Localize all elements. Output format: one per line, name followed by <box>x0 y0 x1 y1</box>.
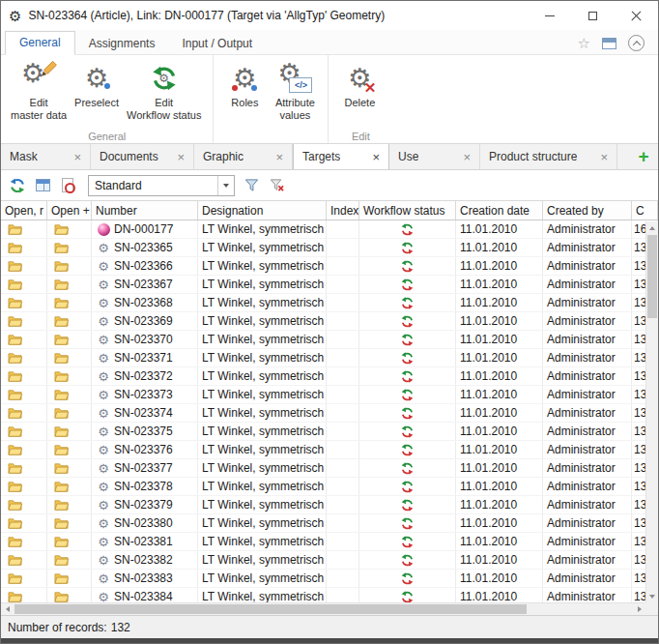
open-plus-cell[interactable] <box>47 220 92 238</box>
open-plus-cell[interactable] <box>47 331 92 348</box>
number-cell[interactable]: ⚙ SN-023365 <box>92 239 198 256</box>
open-plus-cell[interactable] <box>47 533 92 550</box>
open-readonly-cell[interactable] <box>1 331 47 348</box>
vertical-scrollbar[interactable] <box>645 221 658 602</box>
open-plus-cell[interactable] <box>47 588 92 602</box>
scroll-down-button[interactable] <box>646 590 658 602</box>
edit-workflow-status-button[interactable]: ⚙ EditWorkflow status <box>123 59 205 123</box>
number-cell[interactable]: ⚙ SN-023366 <box>92 257 198 275</box>
horizontal-scrollbar-thumb[interactable] <box>14 604 527 614</box>
open-plus-cell[interactable] <box>47 367 92 385</box>
open-readonly-cell[interactable] <box>1 257 47 275</box>
open-readonly-cell[interactable] <box>1 570 47 587</box>
number-cell[interactable]: ⚙ SN-023382 <box>92 551 198 569</box>
open-readonly-cell[interactable] <box>1 478 47 495</box>
table-row[interactable]: ⚙ SN-023377 LT Winkel, symmetrisch 11.01… <box>1 459 658 478</box>
preselect-button[interactable]: ⚙ Preselect <box>71 59 123 110</box>
ribbon-tab-assignments[interactable]: Assignments <box>75 33 169 55</box>
open-plus-cell[interactable] <box>47 423 92 440</box>
clear-filter-button[interactable] <box>268 177 285 194</box>
number-cell[interactable]: ⚙ SN-023373 <box>92 386 198 403</box>
number-cell[interactable]: ⚙ SN-023378 <box>92 478 198 495</box>
minimize-button[interactable] <box>528 1 571 30</box>
open-readonly-cell[interactable] <box>1 551 47 569</box>
open-plus-cell[interactable] <box>47 496 92 513</box>
table-row[interactable]: ⚙ SN-023368 LT Winkel, symmetrisch 11.01… <box>1 294 658 312</box>
open-plus-cell[interactable] <box>47 294 92 311</box>
open-readonly-cell[interactable] <box>1 220 47 238</box>
table-row[interactable]: ⚙ SN-023383 LT Winkel, symmetrisch 11.01… <box>1 570 658 588</box>
column-header-creation-date[interactable]: Creation date <box>456 201 543 220</box>
tab-graphic[interactable]: Graphic× <box>194 144 293 169</box>
number-cell[interactable]: ⚙ SN-023370 <box>92 331 198 348</box>
open-plus-cell[interactable] <box>47 276 92 293</box>
open-plus-cell[interactable] <box>47 459 92 477</box>
view-select[interactable]: Standard <box>88 175 235 196</box>
column-header-created-by[interactable]: Created by <box>543 201 632 220</box>
favorites-star-icon[interactable]: ☆ <box>578 36 590 50</box>
open-plus-cell[interactable] <box>47 551 92 569</box>
number-cell[interactable]: ⚙ SN-023376 <box>92 441 198 458</box>
column-header-index[interactable]: Index <box>327 201 359 220</box>
open-plus-cell[interactable] <box>47 514 92 532</box>
filter-button[interactable] <box>243 177 260 194</box>
number-cell[interactable]: ⚙ SN-023384 <box>92 588 198 602</box>
open-plus-cell[interactable] <box>47 257 92 275</box>
number-cell[interactable]: ⚙ SN-023371 <box>92 349 198 366</box>
column-header-designation[interactable]: Designation <box>198 201 327 220</box>
column-header-open-plus[interactable]: Open + <box>47 201 92 220</box>
open-readonly-cell[interactable] <box>1 367 47 385</box>
table-row[interactable]: ⚙ SN-023378 LT Winkel, symmetrisch 11.01… <box>1 478 658 496</box>
open-readonly-cell[interactable] <box>1 312 47 330</box>
open-readonly-cell[interactable] <box>1 441 47 458</box>
number-cell[interactable]: ⚙ SN-023377 <box>92 459 198 477</box>
tab-use[interactable]: Use× <box>389 144 480 169</box>
open-readonly-cell[interactable] <box>1 349 47 366</box>
tab-close-icon[interactable]: × <box>73 150 81 164</box>
tab-close-icon[interactable]: × <box>177 150 185 164</box>
tab-close-icon[interactable]: × <box>463 150 471 164</box>
column-header-clipped[interactable]: C <box>632 201 658 220</box>
edit-master-data-button[interactable]: ⚙ Editmaster data <box>7 59 71 123</box>
ribbon-display-icon[interactable] <box>602 38 616 49</box>
table-row[interactable]: ⚙ SN-023381 LT Winkel, symmetrisch 11.01… <box>1 533 658 551</box>
scroll-right-button[interactable] <box>633 603 645 615</box>
open-readonly-cell[interactable] <box>1 294 47 311</box>
table-row[interactable]: ⚙ SN-023370 LT Winkel, symmetrisch 11.01… <box>1 331 658 349</box>
column-header-number[interactable]: Number <box>92 201 198 220</box>
open-plus-cell[interactable] <box>47 239 92 256</box>
open-plus-cell[interactable] <box>47 570 92 587</box>
number-cell[interactable]: ⚙ SN-023375 <box>92 423 198 440</box>
open-readonly-cell[interactable] <box>1 459 47 477</box>
scroll-left-button[interactable] <box>1 603 14 615</box>
export-button[interactable] <box>59 177 76 194</box>
open-readonly-cell[interactable] <box>1 496 47 513</box>
tab-mask[interactable]: Mask× <box>1 144 91 169</box>
tab-documents[interactable]: Documents× <box>91 144 194 169</box>
add-tab-button[interactable]: + <box>629 144 658 169</box>
number-cell[interactable]: ⚙ DN-000177 <box>92 220 198 238</box>
table-row[interactable]: ⚙ SN-023380 LT Winkel, symmetrisch 11.01… <box>1 514 658 533</box>
column-header-open-readonly[interactable]: Open, r <box>1 201 47 220</box>
table-row[interactable]: ⚙ SN-023365 LT Winkel, symmetrisch 11.01… <box>1 239 658 257</box>
number-cell[interactable]: ⚙ SN-023374 <box>92 404 198 422</box>
table-row[interactable]: ⚙ DN-000177 LT Winkel, symmetrisch 11.01… <box>1 220 658 239</box>
open-readonly-cell[interactable] <box>1 386 47 403</box>
vertical-scrollbar-thumb[interactable] <box>647 235 657 318</box>
number-cell[interactable]: ⚙ SN-023380 <box>92 514 198 532</box>
number-cell[interactable]: ⚙ SN-023379 <box>92 496 198 513</box>
table-row[interactable]: ⚙ SN-023369 LT Winkel, symmetrisch 11.01… <box>1 312 658 331</box>
open-plus-cell[interactable] <box>47 386 92 403</box>
open-plus-cell[interactable] <box>47 441 92 458</box>
attribute-values-button[interactable]: ⚙ </> Attributevalues <box>270 59 320 123</box>
open-readonly-cell[interactable] <box>1 404 47 422</box>
number-cell[interactable]: ⚙ SN-023368 <box>92 294 198 311</box>
table-row[interactable]: ⚙ SN-023372 LT Winkel, symmetrisch 11.01… <box>1 367 658 386</box>
close-button[interactable] <box>615 1 658 30</box>
number-cell[interactable]: ⚙ SN-023369 <box>92 312 198 330</box>
collapse-ribbon-button[interactable] <box>628 35 645 51</box>
tab-targets[interactable]: Targets× <box>293 144 389 169</box>
open-readonly-cell[interactable] <box>1 588 47 602</box>
roles-button[interactable]: ⚙ Roles <box>219 59 270 110</box>
open-readonly-cell[interactable] <box>1 276 47 293</box>
